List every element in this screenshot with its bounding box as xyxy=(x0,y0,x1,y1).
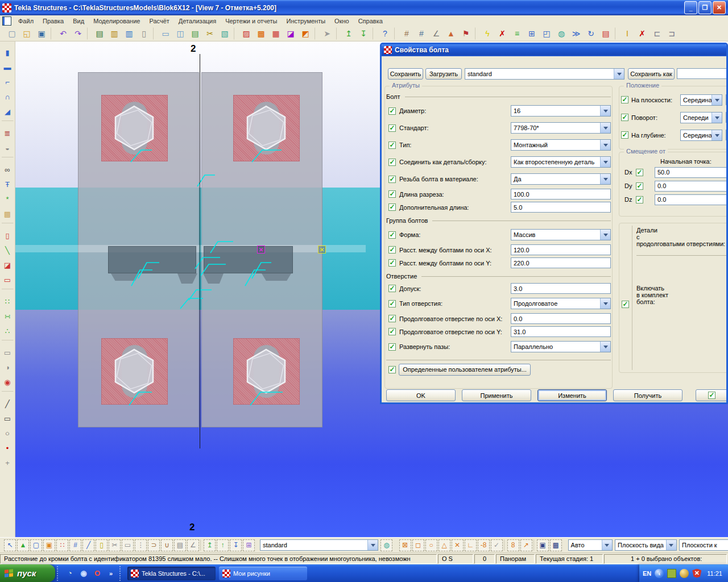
position-combo[interactable]: Середина xyxy=(680,94,722,106)
point-icon[interactable]: ϟ xyxy=(481,27,494,40)
drawing-master-icon[interactable]: ◩ xyxy=(299,27,312,40)
field-checkbox[interactable]: ✓ xyxy=(388,159,396,166)
crane-icon[interactable]: Ŧ xyxy=(1,177,14,191)
field-checkbox[interactable]: ✓ xyxy=(636,169,643,176)
menu-item-analysis[interactable]: Расчёт xyxy=(144,16,173,26)
fence-icon[interactable]: # xyxy=(400,27,413,40)
menu-item-modeling[interactable]: Моделирование xyxy=(89,16,144,26)
menu-item-edit[interactable]: Правка xyxy=(38,16,68,26)
field-checkbox[interactable]: ✓ xyxy=(621,131,628,139)
new-model-icon[interactable]: ▢ xyxy=(5,27,19,40)
snap-free-icon[interactable]: ✓ xyxy=(491,539,503,551)
select-area-icon[interactable]: ▧ xyxy=(218,27,231,40)
tray-chevron-icon[interactable]: ‹ xyxy=(655,569,664,578)
field-control[interactable]: 16 xyxy=(511,105,611,117)
bolt-tool-icon[interactable]: ≡ xyxy=(510,27,524,40)
field-checkbox[interactable]: ✓ xyxy=(388,124,396,132)
help-icon[interactable]: ? xyxy=(378,27,392,40)
field-checkbox[interactable]: ✓ xyxy=(388,343,396,351)
selection-filter-combo[interactable]: standard xyxy=(260,539,378,551)
snap-perpendicular-icon[interactable]: ∟ xyxy=(465,539,477,551)
rebar-icon[interactable]: ≣ xyxy=(1,126,14,140)
undo-icon[interactable]: ↶ xyxy=(56,27,70,40)
chevron-down-icon[interactable] xyxy=(614,69,624,79)
select-distances-icon[interactable]: ⋮ xyxy=(135,539,147,551)
start-button[interactable]: пуск xyxy=(0,564,55,582)
menu-item-help[interactable]: Справка xyxy=(354,16,387,26)
menu-item-window[interactable]: Окно xyxy=(330,16,354,26)
import-icon[interactable]: ↥ xyxy=(342,27,355,40)
child-window-icon[interactable] xyxy=(2,16,11,26)
field-checkbox[interactable]: ✓ xyxy=(636,182,643,190)
create-column-icon[interactable]: ▮ xyxy=(1,45,14,59)
field-checkbox[interactable]: ✓ xyxy=(388,142,396,149)
field-control[interactable]: Параллельно xyxy=(511,341,611,352)
cut-plane-icon[interactable]: ◪ xyxy=(1,258,14,272)
package-icon[interactable]: ◰ xyxy=(540,27,553,40)
snap-extension-icon[interactable]: -8 xyxy=(478,539,490,551)
select-cuts-icon[interactable]: ✂ xyxy=(109,539,121,551)
drawing-assembly-icon[interactable]: ▦ xyxy=(269,27,283,40)
field-control[interactable]: 3.0 xyxy=(511,283,611,294)
snap-intersection-icon[interactable]: ✕ xyxy=(452,539,464,551)
get-button[interactable]: Получить xyxy=(613,389,682,401)
user-attributes-button[interactable]: Определенные пользователем атрибуты... xyxy=(399,364,531,376)
clock[interactable]: 11:21 xyxy=(707,570,722,577)
snap-nearest-icon[interactable]: ○ xyxy=(425,539,437,551)
menu-item-tools[interactable]: Инструменты xyxy=(282,16,330,26)
new-view-icon[interactable]: ▭ xyxy=(159,27,172,40)
table-icon[interactable]: ⊞ xyxy=(525,27,539,40)
save-as-input[interactable] xyxy=(677,68,728,79)
handle-marker-yellow[interactable]: ✕ xyxy=(318,246,326,253)
snap-points-icon[interactable]: 8 xyxy=(507,539,519,551)
binoculars-icon[interactable]: ∞ xyxy=(1,163,14,176)
select-reinforcement-icon[interactable]: ▤ xyxy=(174,539,186,551)
field-control[interactable]: Монтажный xyxy=(511,139,611,151)
menu-item-file[interactable]: Файл xyxy=(14,16,38,26)
create-bolt-icon[interactable]: ▯ xyxy=(1,228,14,242)
depth-combo[interactable]: Авто xyxy=(568,539,613,551)
handle-marker-magenta[interactable]: ✕ xyxy=(257,246,265,253)
connector-icon[interactable]: ⊏ xyxy=(650,27,664,40)
copy-properties-icon[interactable]: ▥ xyxy=(122,27,136,40)
apply-button[interactable]: Применить xyxy=(462,389,531,401)
field-control[interactable]: Массив xyxy=(511,229,611,240)
tray-security-shield-icon[interactable]: ✕ xyxy=(692,569,701,578)
field-control[interactable]: Да xyxy=(511,173,611,185)
position-combo[interactable]: Середина xyxy=(680,130,722,141)
user-attributes-checkbox[interactable]: ✓ xyxy=(388,366,396,373)
modify-button[interactable]: Изменить xyxy=(537,389,607,401)
save-model-icon[interactable]: ▣ xyxy=(35,27,48,40)
field-checkbox[interactable]: ✓ xyxy=(388,190,396,198)
field-checkbox[interactable]: ✓ xyxy=(388,231,396,239)
copy-icon[interactable]: ▤ xyxy=(93,27,106,40)
load-button[interactable]: Загрузить xyxy=(425,68,462,80)
language-indicator[interactable]: EN xyxy=(643,570,651,577)
clash-check-icon[interactable]: ◉ xyxy=(1,375,14,389)
render-components-icon[interactable]: ▩ xyxy=(550,539,562,551)
more-icon[interactable]: ≫ xyxy=(569,27,583,40)
field-checkbox[interactable]: ✓ xyxy=(388,107,396,115)
select-grids-icon[interactable]: # xyxy=(69,539,81,551)
channel-icon[interactable]: ⊐ xyxy=(665,27,679,40)
field-checkbox[interactable]: ✓ xyxy=(388,285,396,292)
chevron-down-icon[interactable] xyxy=(666,540,676,550)
close-x-icon[interactable]: ✗ xyxy=(635,27,649,40)
field-control[interactable]: 0.0 xyxy=(511,313,611,324)
drawing-multi-icon[interactable]: ◪ xyxy=(284,27,297,40)
snap-reference-icon[interactable]: ⊠ xyxy=(399,539,411,551)
paste-icon[interactable]: ▥ xyxy=(107,27,121,40)
drawing-ga-icon[interactable]: ▨ xyxy=(239,27,253,40)
tray-network-icon[interactable] xyxy=(680,569,689,578)
offset-value-input[interactable]: 0.0 xyxy=(655,181,728,192)
save-button[interactable]: Сохранить xyxy=(388,68,423,80)
field-control[interactable]: 7798-70* xyxy=(511,122,611,134)
fence2-icon[interactable]: # xyxy=(415,27,428,40)
select-planes-icon[interactable]: ▭ xyxy=(122,539,134,551)
select-surfaces-icon[interactable]: ▣ xyxy=(43,539,55,551)
view-properties-icon[interactable]: ◫ xyxy=(173,27,187,40)
field-control[interactable]: 31.0 xyxy=(511,326,611,337)
select-parts-icon[interactable]: ▢ xyxy=(30,539,42,551)
pour-icon[interactable]: ◒ xyxy=(1,141,14,155)
field-control[interactable]: Продолговатое xyxy=(511,298,611,309)
